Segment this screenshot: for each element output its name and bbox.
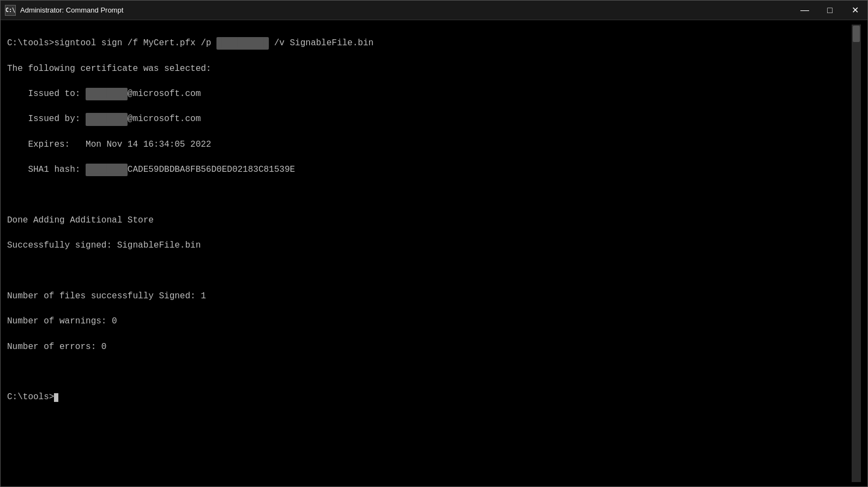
line-blank3: [7, 366, 852, 378]
line-sha1: SHA1 hash: ████████CADE59DBDBA8FB56D0ED0…: [7, 164, 852, 176]
line-done: Done Adding Additional Store: [7, 214, 852, 227]
cmd-icon: C:\: [5, 5, 16, 16]
redacted-sha1: ████████: [86, 164, 128, 176]
scrollbar[interactable]: [852, 25, 861, 482]
scrollbar-thumb[interactable]: [853, 26, 860, 42]
terminal-body[interactable]: C:\tools>signtool sign /f MyCert.pfx /p …: [1, 20, 867, 486]
line-num-warnings: Number of warnings: 0: [7, 315, 852, 328]
close-button[interactable]: ✕: [842, 1, 867, 20]
redacted-issued-to: ████████: [86, 88, 128, 100]
line-command: C:\tools>signtool sign /f MyCert.pfx /p …: [7, 37, 852, 50]
cmd-window: C:\ Administrator: Command Prompt — □ ✕ …: [0, 0, 868, 487]
cmd-text: C:\tools>signtool sign /f MyCert.pfx /p: [7, 38, 216, 48]
line-cert-header: The following certificate was selected:: [7, 63, 852, 75]
line-blank2: [7, 265, 852, 278]
line-expires: Expires: Mon Nov 14 16:34:05 2022: [7, 139, 852, 151]
titlebar-controls: — □ ✕: [792, 1, 867, 20]
terminal-content: C:\tools>signtool sign /f MyCert.pfx /p …: [7, 25, 852, 482]
redacted-issued-by: ████████: [86, 113, 128, 125]
line-issued-to: Issued to: ████████@microsoft.com: [7, 88, 852, 100]
minimize-button[interactable]: —: [792, 1, 817, 20]
line-issued-by: Issued by: ████████@microsoft.com: [7, 113, 852, 125]
line-success: Successfully signed: SignableFile.bin: [7, 239, 852, 252]
line-num-files: Number of files successfully Signed: 1: [7, 290, 852, 303]
window-title: Administrator: Command Prompt: [20, 6, 123, 14]
titlebar: C:\ Administrator: Command Prompt — □ ✕: [1, 1, 867, 20]
line-blank1: [7, 189, 852, 201]
cursor: [54, 393, 58, 402]
redacted-password: ██████████: [216, 37, 269, 50]
cmd-text2: /v SignableFile.bin: [269, 38, 373, 48]
titlebar-left: C:\ Administrator: Command Prompt: [5, 5, 123, 16]
line-num-errors: Number of errors: 0: [7, 341, 852, 353]
line-prompt: C:\tools>: [7, 391, 852, 404]
maximize-button[interactable]: □: [817, 1, 842, 20]
